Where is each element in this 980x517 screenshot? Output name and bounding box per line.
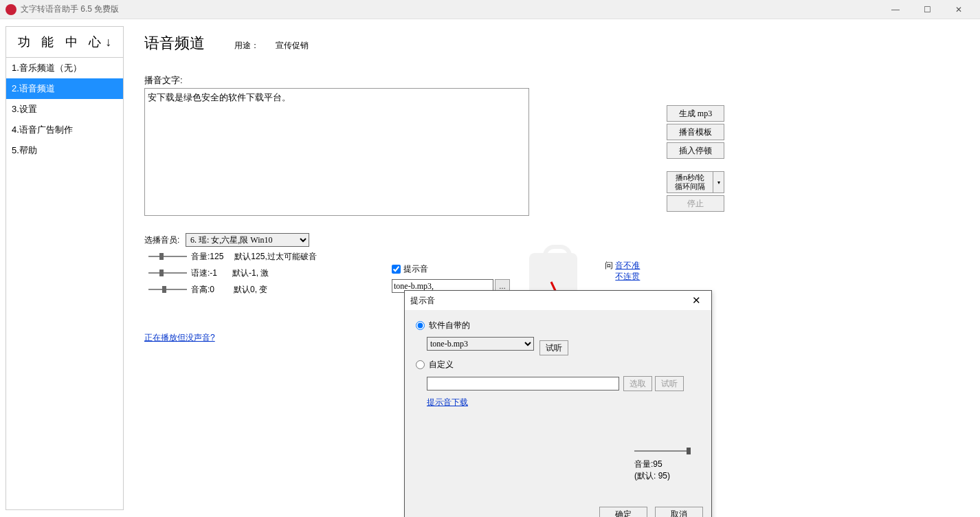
no-sound-link[interactable]: 正在播放但没声音? [144,333,215,342]
content: 语音频道 用途： 宣传促销 播音文字: 安下载是绿色安全的软件下载平台。 生成 … [124,19,980,517]
custom-radio[interactable] [416,360,425,369]
download-tips-link[interactable]: 提示音下载 [427,397,468,407]
sidebar: 功 能 中 心↓ 1.音乐频道（无） 2.语音频道 3.设置 4.语音广告制作 … [5,26,124,510]
loop-dropdown-icon[interactable]: ▾ [713,171,724,193]
minimize-button[interactable]: — [880,0,911,19]
builtin-select[interactable]: tone-b.mp3 [427,337,534,351]
volume-hint: 默认125,过太可能破音 [234,251,316,263]
generate-mp3-button[interactable]: 生成 mp3 [667,105,724,122]
sidebar-item-voice[interactable]: 2.语音频道 [6,78,123,99]
dialog-ok-button[interactable]: 确定 [599,507,647,517]
chevron-down-icon: ↓ [105,35,111,49]
rate-slider[interactable] [148,269,187,277]
sidebar-item-help[interactable]: 5.帮助 [6,140,123,161]
rate-hint: 默认-1, 激 [232,267,269,279]
pitch-label: 音高:0 [191,284,214,296]
app-logo-icon [5,4,16,15]
custom-pick-button[interactable]: 选取 [623,376,652,391]
tip-sound-dialog: 提示音 ✕ 软件自带的 tone-b.mp3 试听 自定义 选取 [404,290,712,517]
dialog-close-button[interactable]: ✕ [687,294,706,307]
tip-sound-checkbox-label[interactable]: 提示音 [392,263,428,275]
faq-inaccurate-link[interactable]: 音不准 [615,261,640,270]
sidebar-header[interactable]: 功 能 中 心↓ [6,27,123,58]
page-usage: 用途： 宣传促销 [234,41,308,50]
custom-try-button[interactable]: 试听 [655,376,684,391]
broadcast-textarea[interactable]: 安下载是绿色安全的软件下载平台。 [144,88,529,216]
builtin-try-button[interactable]: 试听 [539,340,568,355]
tip-sound-checkbox[interactable] [392,265,401,274]
maximize-button[interactable]: ☐ [911,0,943,19]
page-title: 语音频道 [144,33,205,54]
volume-label: 音量:125 [191,251,223,263]
textarea-label: 播音文字: [144,74,959,87]
dialog-volume-default: (默认: 95) [634,470,691,482]
sidebar-item-music[interactable]: 1.音乐频道（无） [6,58,123,78]
insert-pause-button[interactable]: 插入停顿 [667,142,724,159]
faq-incoherent-link[interactable]: 不连贯 [615,272,640,281]
announcer-select[interactable]: 6. 瑶: 女,六星,限 Win10 [186,233,309,247]
close-button[interactable]: ✕ [943,0,975,19]
custom-radio-label: 自定义 [429,359,454,371]
window-title: 文字转语音助手 6.5 免费版 [21,3,880,15]
dialog-volume-slider[interactable] [634,448,691,454]
volume-slider[interactable] [148,252,187,261]
dialog-volume-label: 音量:95 [634,459,691,470]
dialog-title: 提示音 [410,295,435,307]
announcer-label: 选播音员: [144,234,186,246]
stop-button[interactable]: 停止 [667,195,724,212]
sidebar-item-admaker[interactable]: 4.语音广告制作 [6,120,123,140]
builtin-radio-label: 软件自带的 [429,320,470,331]
side-buttons: 生成 mp3 播音模板 插入停顿 播n秒/轮 循环间隔 ▾ 停止 [667,105,735,214]
dialog-cancel-button[interactable]: 取消 [655,507,703,517]
titlebar: 文字转语音助手 6.5 免费版 — ☐ ✕ [0,0,980,19]
loop-button[interactable]: 播n秒/轮 循环间隔 [667,171,713,193]
dialog-titlebar: 提示音 ✕ [405,291,711,310]
sidebar-item-settings[interactable]: 3.设置 [6,99,123,120]
pitch-hint: 默认0, 变 [234,284,267,296]
rate-label: 语速:-1 [191,267,217,279]
builtin-radio[interactable] [416,321,425,330]
template-button[interactable]: 播音模板 [667,124,724,140]
custom-file-input[interactable] [427,377,619,390]
faq-links: 问 音不准 答 不连贯 [605,260,640,282]
pitch-slider[interactable] [148,285,187,294]
